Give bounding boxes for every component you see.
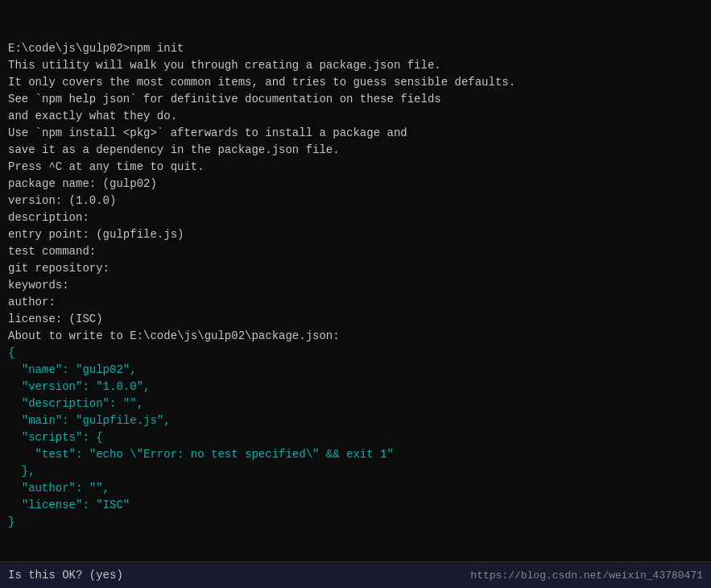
terminal-line: This utility will walk you through creat… <box>8 57 703 74</box>
terminal-line: } <box>8 514 703 531</box>
terminal-line: "description": "", <box>8 395 703 412</box>
terminal-line: Press ^C at any time to quit. <box>8 159 703 176</box>
terminal-line: "author": "", <box>8 480 703 497</box>
terminal-line: { <box>8 345 703 362</box>
bottom-prompt: Is this OK? (yes) <box>8 569 123 582</box>
terminal-line: "name": "gulp02", <box>8 362 703 379</box>
terminal-line: keywords: <box>8 277 703 294</box>
terminal-line: E:\code\js\gulp02>npm init <box>8 40 703 57</box>
terminal-line: Use `npm install <pkg>` afterwards to in… <box>8 125 703 142</box>
terminal-line: entry point: (gulpfile.js) <box>8 226 703 243</box>
bottom-bar: Is this OK? (yes) https://blog.csdn.net/… <box>0 561 711 588</box>
terminal-line: "version": "1.0.0", <box>8 379 703 395</box>
terminal-line: description: <box>8 209 703 226</box>
terminal-window: E:\code\js\gulp02>npm initThis utility w… <box>0 0 711 588</box>
terminal-line: "scripts": { <box>8 429 703 446</box>
terminal-line: test command: <box>8 243 703 260</box>
terminal-line: About to write to E:\code\js\gulp02\pack… <box>8 328 703 345</box>
terminal-line: "main": "gulpfile.js", <box>8 412 703 429</box>
terminal-content: E:\code\js\gulp02>npm initThis utility w… <box>8 6 703 531</box>
bottom-url: https://blog.csdn.net/weixin_43780471 <box>470 569 703 582</box>
terminal-line: and exactly what they do. <box>8 108 703 125</box>
terminal-line: version: (1.0.0) <box>8 193 703 209</box>
terminal-line: git repository: <box>8 260 703 277</box>
terminal-line: author: <box>8 294 703 311</box>
terminal-line: "license": "ISC" <box>8 497 703 514</box>
terminal-line: See `npm help json` for definitive docum… <box>8 91 703 108</box>
terminal-line: }, <box>8 463 703 480</box>
terminal-line: save it as a dependency in the package.j… <box>8 142 703 159</box>
terminal-line: license: (ISC) <box>8 311 703 328</box>
terminal-line: package name: (gulp02) <box>8 176 703 193</box>
terminal-line: It only covers the most common items, an… <box>8 74 703 91</box>
terminal-line: "test": "echo \"Error: no test specified… <box>8 446 703 463</box>
